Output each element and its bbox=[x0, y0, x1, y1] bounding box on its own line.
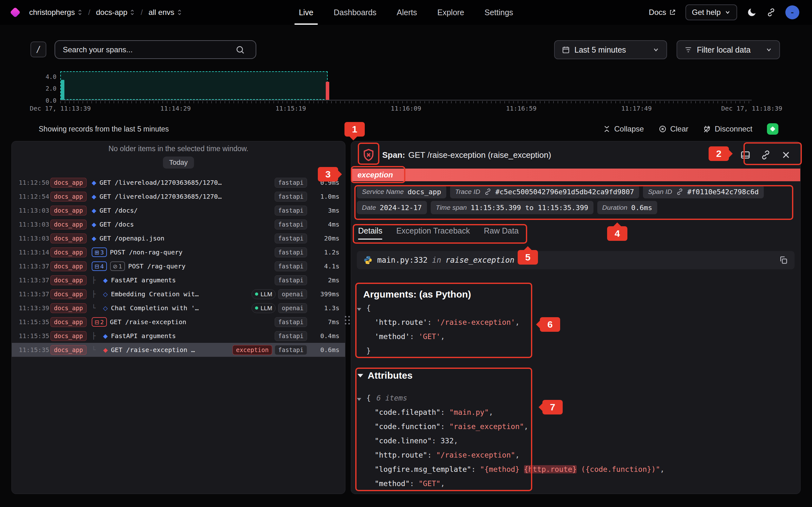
user-avatar[interactable]: - bbox=[785, 5, 799, 19]
attribute-line: "code.function": "raise_exception", bbox=[357, 419, 795, 434]
diamond-outline-icon: ◇ bbox=[103, 304, 108, 312]
span-title: Embedding Creation wit… bbox=[111, 290, 199, 298]
service-name-chip: Service Name docs_app bbox=[357, 185, 446, 199]
row-time: 11:13:03 bbox=[19, 221, 50, 228]
row-time: 11:13:37 bbox=[19, 262, 50, 270]
trace-row[interactable]: 11:13:37docs_app⊟4⊘1POST /rag-queryfasta… bbox=[12, 259, 345, 273]
diamond-error-icon: ◆ bbox=[103, 346, 108, 353]
breadcrumb-org[interactable]: christophergs bbox=[29, 8, 83, 17]
chart-selection-window[interactable] bbox=[60, 71, 328, 100]
row-duration: 0.6ms bbox=[311, 346, 339, 354]
clear-button[interactable]: Clear bbox=[658, 124, 688, 133]
link-icon bbox=[484, 188, 492, 195]
dark-mode-toggle[interactable] bbox=[747, 7, 757, 17]
span-count-box[interactable]: ⊟2 bbox=[92, 317, 107, 327]
chart-bar-spans bbox=[61, 80, 64, 100]
tab-details[interactable]: Details bbox=[358, 226, 382, 239]
trace-rows: 11:12:50docs_app◆GET /livereload/1270363… bbox=[12, 176, 345, 357]
row-app: docs_app bbox=[50, 275, 92, 285]
breadcrumb-env[interactable]: all envs bbox=[148, 8, 182, 17]
trace-row[interactable]: 11:13:03docs_app◆GET /docs/fastapi3ms bbox=[12, 204, 345, 217]
trace-row[interactable]: 11:12:54docs_app◆GET /livereload/1270363… bbox=[12, 189, 345, 204]
tab-alerts[interactable]: Alerts bbox=[397, 0, 417, 25]
trace-row[interactable]: 11:13:03docs_app◆GET /openapi.jsonfastap… bbox=[12, 231, 345, 245]
filter-local-data-button[interactable]: Filter local data bbox=[676, 40, 780, 59]
tab-exception-traceback[interactable]: Exception Traceback bbox=[396, 226, 470, 239]
trace-row[interactable]: 11:15:35docs_app├◆FastAPI argumentsfasta… bbox=[12, 329, 345, 343]
span-count-box[interactable]: ⊞3 bbox=[92, 247, 107, 257]
breadcrumb-project[interactable]: docs-app bbox=[96, 8, 135, 17]
attribute-value: "raise_exception" bbox=[449, 422, 524, 431]
live-indicator-diamond bbox=[770, 126, 775, 132]
chevron-updown-icon bbox=[177, 9, 182, 16]
open-brace: { bbox=[366, 304, 371, 312]
trace-row[interactable]: 11:13:39docs_app└◇Chat Completion with '… bbox=[12, 301, 345, 315]
row-content: ◆GET /livereload/1270363685/1270… bbox=[92, 193, 272, 200]
span-id-label: Span ID bbox=[648, 188, 672, 195]
tab-live[interactable]: Live bbox=[299, 0, 313, 25]
trace-row[interactable]: 11:13:37docs_app├◇Embedding Creation wit… bbox=[12, 287, 345, 301]
trace-row[interactable]: 11:13:14docs_app⊞3POST /non-rag-queryfas… bbox=[12, 245, 345, 259]
service-name-label: Service Name bbox=[362, 188, 404, 195]
trace-row[interactable]: 11:15:35docs_app⊟2GET /raise-exceptionfa… bbox=[12, 315, 345, 329]
framework-badge: fastapi bbox=[275, 331, 307, 341]
share-link-icon[interactable] bbox=[766, 8, 776, 17]
attribute-value: 332 bbox=[441, 437, 454, 445]
records-status-text: Showing records from the last 5 minutes bbox=[39, 124, 169, 134]
service-name-value: docs_app bbox=[408, 188, 441, 196]
time-range-button[interactable]: Last 5 minutes bbox=[554, 40, 667, 59]
trace-row[interactable]: 11:12:50docs_app◆GET /livereload/1270363… bbox=[12, 176, 345, 189]
row-tags: exceptionfastapi bbox=[233, 345, 307, 355]
chevron-updown-icon bbox=[130, 9, 135, 16]
tab-raw-data[interactable]: Raw Data bbox=[484, 226, 519, 239]
diamond-icon: ◆ bbox=[92, 221, 96, 228]
copy-link-icon[interactable] bbox=[760, 150, 771, 160]
trace-row[interactable]: 11:13:03docs_app◆GET /docsfastapi4ms bbox=[12, 217, 345, 231]
trace-id-chip[interactable]: Trace ID #c5ec5005042796e91d5db42ca9fd98… bbox=[450, 185, 639, 199]
span-title: FastAPI arguments bbox=[111, 332, 176, 340]
attribute-value: "/raise-exception" bbox=[436, 451, 515, 459]
close-icon[interactable] bbox=[780, 150, 792, 160]
attribute-line: "logfire.msg_template": "{method} {http.… bbox=[357, 462, 795, 476]
collapse-button[interactable]: Collapse bbox=[603, 124, 644, 133]
chart-plot[interactable] bbox=[60, 71, 752, 101]
row-duration: 4ms bbox=[311, 221, 339, 228]
tab-explore[interactable]: Explore bbox=[438, 0, 464, 25]
span-id-chip[interactable]: Span ID #f0110e542c798c6d bbox=[643, 185, 764, 199]
trace-row[interactable]: 11:13:37docs_app├◆FastAPI argumentsfasta… bbox=[12, 273, 345, 287]
search-input[interactable] bbox=[55, 40, 256, 59]
x-tick-label: 11:16:59 bbox=[506, 105, 537, 112]
span-title: Chat Completion with '… bbox=[111, 304, 199, 312]
span-count-box[interactable]: ⊘1 bbox=[110, 262, 125, 271]
chevron-updown-icon bbox=[78, 9, 83, 16]
collapse-chevron-icon[interactable] bbox=[357, 301, 366, 316]
collapse-triangle-icon bbox=[357, 374, 363, 377]
span-title: POST /rag-query bbox=[128, 262, 186, 270]
row-tags: fastapi bbox=[275, 275, 307, 285]
copy-button[interactable] bbox=[779, 256, 788, 265]
get-help-button[interactable]: Get help bbox=[686, 4, 737, 20]
disconnect-button[interactable]: Disconnect bbox=[703, 124, 752, 133]
span-count-box[interactable]: ⊟4 bbox=[92, 262, 107, 271]
logfire-logo[interactable] bbox=[10, 7, 20, 18]
attribute-line: "http.route": "/raise-exception", bbox=[357, 448, 795, 462]
argument-line: 'method': 'GET', bbox=[357, 330, 795, 344]
y-tick-label: 2.0 bbox=[38, 84, 56, 93]
today-button[interactable]: Today bbox=[163, 157, 194, 169]
row-duration: 1.0ms bbox=[311, 193, 339, 200]
attributes-title[interactable]: Attributes bbox=[357, 370, 413, 381]
duration-value: 0.6ms bbox=[631, 204, 652, 212]
row-duration: 20ms bbox=[311, 234, 339, 242]
attribute-line: "code.filepath": "main.py", bbox=[357, 405, 795, 419]
llm-dot-icon bbox=[255, 292, 258, 296]
dock-panel-icon[interactable] bbox=[740, 150, 751, 160]
docs-link[interactable]: Docs bbox=[649, 8, 676, 17]
tab-dashboards[interactable]: Dashboards bbox=[334, 0, 376, 25]
tab-settings[interactable]: Settings bbox=[485, 0, 513, 25]
trace-row[interactable]: 11:15:35docs_app└◆GET /raise-exception …… bbox=[12, 343, 345, 357]
collapse-chevron-icon[interactable] bbox=[357, 391, 366, 406]
framework-badge: fastapi bbox=[275, 206, 307, 216]
attribute-key: "code.filepath" bbox=[374, 408, 441, 416]
live-indicator[interactable] bbox=[767, 123, 778, 135]
panel-resize-handle[interactable] bbox=[345, 311, 350, 329]
